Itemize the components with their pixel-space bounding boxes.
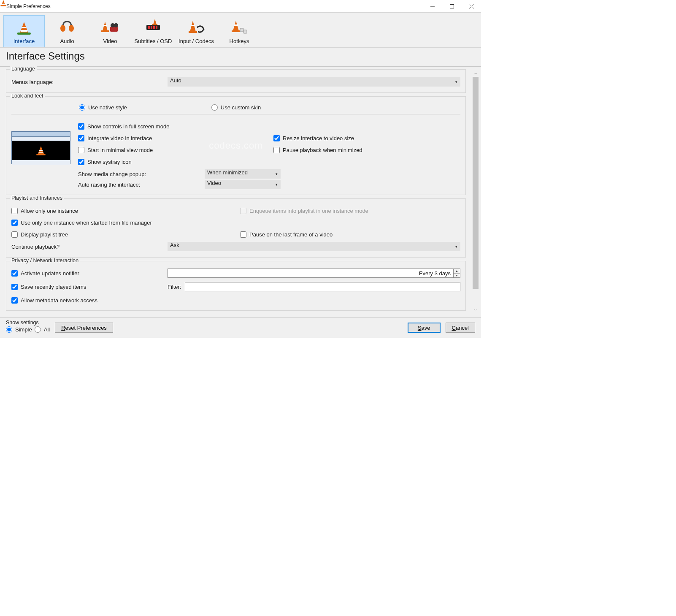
continue-playback-label: Continue playback? (11, 244, 168, 250)
tab-audio[interactable]: Audio (46, 15, 88, 47)
cancel-button[interactable]: Cancel (446, 323, 475, 333)
titlebar: Simple Preferences (0, 0, 481, 13)
tab-video[interactable]: Video (89, 15, 131, 47)
auto-raise-label: Auto raising the interface: (78, 182, 200, 188)
look-group: Look and feel Use native style Use custo… (6, 96, 466, 195)
svg-rect-1 (450, 4, 454, 8)
svg-rect-15 (153, 26, 155, 29)
custom-skin-radio[interactable]: Use custom skin (211, 104, 261, 111)
svg-line-2 (469, 4, 474, 8)
audio-icon (59, 18, 76, 37)
settings-scroll-area: Language Menus language: Auto Look and f… (0, 67, 472, 317)
language-group: Language Menus language: Auto (6, 69, 466, 93)
svg-rect-20 (191, 25, 195, 26)
menus-language-select[interactable]: Auto (168, 77, 460, 87)
tab-hotkeys[interactable]: Hotkeys (219, 15, 260, 47)
media-popup-select[interactable]: When minimized (205, 169, 281, 179)
svg-rect-10 (103, 25, 107, 26)
show-settings-simple[interactable]: Simple (6, 326, 32, 333)
start-minimal-checkbox[interactable]: Start in minimal view mode (78, 145, 265, 155)
filter-label: Filter: (168, 284, 181, 290)
integrate-video-checkbox[interactable]: Integrate video in interface (78, 133, 265, 143)
svg-rect-14 (151, 26, 152, 29)
svg-rect-13 (148, 26, 150, 29)
svg-rect-23 (234, 24, 238, 26)
media-popup-label: Show media change popup: (78, 171, 200, 177)
dialog-footer: Show settings Simple All Reset Preferenc… (0, 317, 481, 338)
playlist-group: Playlist and Instances Allow only one in… (6, 198, 466, 258)
show-systray-checkbox[interactable]: Show systray icon (78, 157, 265, 166)
scroll-down-icon[interactable]: ﹀ (472, 307, 479, 314)
svg-point-8 (114, 23, 118, 27)
video-icon (101, 18, 119, 37)
one-instance-checkbox[interactable]: Allow only one instance (11, 206, 232, 215)
continue-playback-select[interactable]: Ask (168, 242, 460, 251)
svg-marker-17 (153, 19, 157, 24)
pause-last-frame-checkbox[interactable]: Pause on the last frame of a video (240, 230, 460, 239)
interface-icon (16, 18, 32, 37)
close-button[interactable] (462, 0, 481, 13)
tab-subtitles[interactable]: Subtitles / OSD (132, 15, 174, 47)
enqueue-checkbox: Enqueue items into playlist in one insta… (240, 206, 460, 215)
svg-rect-21 (189, 31, 197, 33)
privacy-group: Privacy / Network Interaction Activate u… (6, 261, 466, 311)
svg-point-4 (60, 25, 65, 32)
reset-preferences-button[interactable]: Reset Preferences (55, 323, 113, 333)
scroll-thumb[interactable] (473, 77, 479, 289)
pause-minimized-checkbox[interactable]: Pause playback when minimized (273, 145, 460, 155)
window-title: Simple Preferences (6, 3, 51, 9)
updates-interval-spinner[interactable]: ▲▼ (454, 269, 460, 278)
filter-input[interactable] (185, 282, 461, 291)
auto-raise-select[interactable]: Video (205, 180, 281, 189)
svg-rect-24 (232, 30, 240, 32)
svg-point-5 (69, 25, 74, 32)
updates-notifier-checkbox[interactable]: Activate updates notifier (11, 269, 168, 278)
save-recent-checkbox[interactable]: Save recently played items (11, 282, 168, 291)
svg-rect-26 (243, 30, 247, 33)
one-instance-fm-checkbox[interactable]: Use only one instance when started from … (11, 218, 460, 227)
page-title: Interface Settings (0, 48, 481, 67)
scroll-up-icon[interactable]: ︿ (472, 69, 479, 77)
show-settings-label: Show settings (6, 320, 50, 326)
language-legend: Language (10, 66, 37, 72)
updates-interval-spin[interactable]: Every 3 days (168, 269, 454, 278)
maximize-button[interactable] (442, 0, 462, 13)
look-legend: Look and feel (10, 93, 45, 99)
resize-interface-checkbox[interactable]: Resize interface to video size (273, 133, 460, 143)
show-settings-all[interactable]: All (35, 326, 50, 333)
show-controls-checkbox[interactable]: Show controls in full screen mode (78, 122, 265, 131)
tab-interface[interactable]: Interface (3, 15, 45, 47)
display-tree-checkbox[interactable]: Display playlist tree (11, 230, 232, 239)
svg-rect-11 (101, 30, 109, 32)
svg-rect-18 (152, 24, 157, 25)
minimize-button[interactable] (423, 0, 442, 13)
hotkeys-icon (230, 18, 249, 37)
svg-rect-25 (240, 28, 243, 32)
svg-rect-16 (156, 26, 157, 29)
native-style-radio[interactable]: Use native style (79, 104, 127, 111)
playlist-legend: Playlist and Instances (10, 195, 64, 201)
privacy-legend: Privacy / Network Interaction (10, 258, 80, 263)
scrollbar[interactable]: ︿ ﹀ (472, 69, 479, 314)
codecs-icon (187, 18, 206, 37)
skin-preview (11, 131, 70, 190)
save-button[interactable]: Save (408, 323, 441, 333)
tab-input-codecs[interactable]: Input / Codecs (176, 15, 217, 47)
allow-metadata-checkbox[interactable]: Allow metadata network access (11, 296, 460, 305)
svg-line-3 (469, 4, 474, 8)
category-tabs: Interface Audio Video Subtitles / OSD In… (0, 13, 481, 48)
menus-language-label: Menus language: (11, 79, 168, 85)
subtitles-icon (144, 18, 162, 37)
